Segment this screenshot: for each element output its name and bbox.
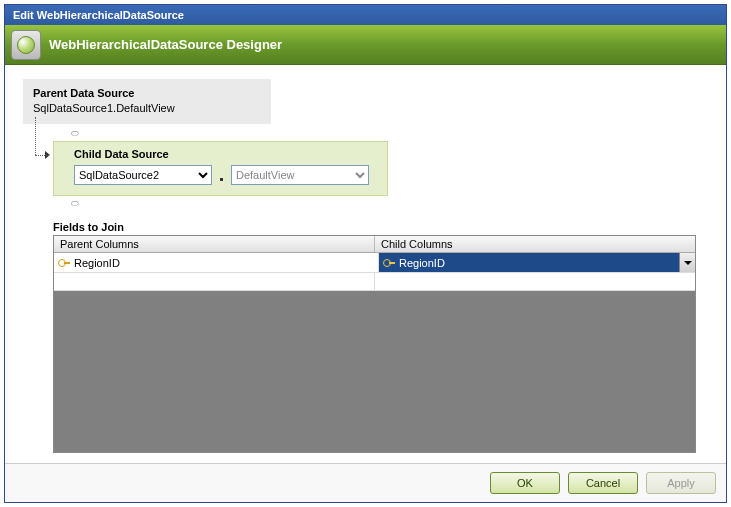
dropdown-button[interactable] [679, 253, 695, 272]
dialog-window: Edit WebHierarchicalDataSource WebHierar… [4, 4, 727, 503]
join-fields-grid: Parent Columns Child Columns RegionID Re… [53, 235, 696, 453]
designer-header: WebHierarchicalDataSource Designer [5, 25, 726, 65]
link-icon: ⬭ [71, 198, 696, 209]
child-column-cell[interactable]: RegionID [379, 253, 695, 273]
tree-arrow-icon [45, 151, 50, 159]
title-bar[interactable]: Edit WebHierarchicalDataSource [5, 5, 726, 25]
child-source-select[interactable]: SqlDataSource2 [74, 165, 212, 185]
parent-column-value: RegionID [74, 257, 120, 269]
designer-icon [11, 30, 41, 60]
separator-dot-icon [220, 178, 223, 181]
content-area: Parent Data Source SqlDataSource1.Defaul… [5, 65, 726, 463]
datasource-icon [17, 36, 35, 54]
window-title: Edit WebHierarchicalDataSource [13, 9, 184, 21]
dialog-footer: OK Cancel Apply [5, 463, 726, 502]
tree-connector [23, 141, 53, 191]
grid-empty-area [54, 291, 695, 452]
parent-datasource-box[interactable]: Parent Data Source SqlDataSource1.Defaul… [23, 79, 271, 124]
designer-title: WebHierarchicalDataSource Designer [49, 37, 282, 52]
cancel-button[interactable]: Cancel [568, 472, 638, 494]
grid-header: Parent Columns Child Columns [54, 236, 695, 253]
child-datasource-box[interactable]: Child Data Source SqlDataSource2 Default… [53, 141, 388, 196]
key-icon [383, 257, 395, 269]
table-row[interactable]: RegionID RegionID [54, 253, 695, 273]
child-header: Child Data Source [74, 148, 377, 160]
child-column-value: RegionID [399, 257, 445, 269]
parent-column-cell[interactable]: RegionID [54, 253, 379, 273]
apply-button: Apply [646, 472, 716, 494]
col-header-child[interactable]: Child Columns [375, 236, 695, 252]
ok-button[interactable]: OK [490, 472, 560, 494]
parent-header: Parent Data Source [33, 87, 261, 99]
table-row-empty[interactable] [54, 273, 695, 291]
empty-cell[interactable] [54, 273, 375, 290]
key-icon [58, 257, 70, 269]
child-view-select[interactable]: DefaultView [231, 165, 369, 185]
col-header-parent[interactable]: Parent Columns [54, 236, 375, 252]
parent-value: SqlDataSource1.DefaultView [33, 102, 261, 114]
tree-area: ⬭ Child Data Source SqlDataSource2 Defau… [23, 126, 696, 211]
grid-body: RegionID RegionID [54, 253, 695, 291]
fields-header: Fields to Join [53, 221, 696, 233]
empty-cell[interactable] [375, 273, 695, 290]
link-icon: ⬭ [71, 128, 696, 139]
